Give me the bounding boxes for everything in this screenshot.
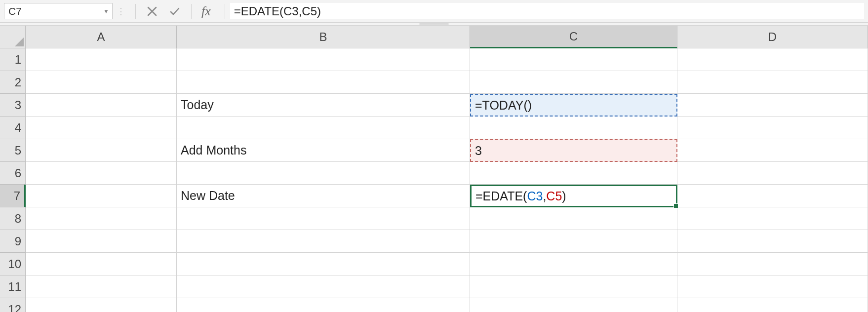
cell-C3[interactable]: =TODAY() [470,94,677,117]
cell-D12[interactable] [677,298,868,312]
x-icon [146,5,158,17]
cell-D8[interactable] [677,207,868,230]
row-header-7[interactable]: 7 [0,185,26,207]
cell-B10[interactable] [177,253,470,275]
cell-D4[interactable] [677,117,868,139]
enter-button[interactable] [163,3,186,19]
cell-B2[interactable] [177,71,470,94]
cell-B8[interactable] [177,207,470,230]
cell-D1[interactable] [677,48,868,71]
cell-B12[interactable] [177,298,470,312]
cell-D2[interactable] [677,71,868,94]
cell-C10[interactable] [470,253,677,275]
row-header-11[interactable]: 11 [0,275,26,298]
cell-B11[interactable] [177,275,470,298]
row-header-5[interactable]: 5 [0,139,26,162]
cell-D6[interactable] [677,162,868,185]
cell-A7[interactable] [26,185,177,207]
cell-A11[interactable] [26,275,177,298]
divider [191,4,192,19]
cell-B5[interactable]: Add Months [177,139,470,162]
row-header-4[interactable]: 4 [0,117,26,139]
cell-D3[interactable] [677,94,868,117]
select-all-corner[interactable] [0,26,26,48]
chevron-down-icon[interactable]: ▼ [103,8,109,15]
cell-B3[interactable]: Today [177,94,470,117]
spreadsheet-grid[interactable]: ABCD123Today=TODAY()45Add Months367New D… [0,26,868,312]
formula-input[interactable]: =EDATE(C3,C5) [230,3,864,19]
cell-A2[interactable] [26,71,177,94]
cell-B1[interactable] [177,48,470,71]
cell-A3[interactable] [26,94,177,117]
cell-C1[interactable] [470,48,677,71]
cell-C2[interactable] [470,71,677,94]
row-header-2[interactable]: 2 [0,71,26,94]
cell-content: New Date [181,189,235,203]
cell-C6[interactable] [470,162,677,185]
cell-content: =TODAY() [475,98,532,113]
column-header-D[interactable]: D [677,26,868,48]
formula-text: =EDATE(C3,C5) [234,4,321,18]
cell-C9[interactable] [470,230,677,253]
cell-B9[interactable] [177,230,470,253]
row-header-12[interactable]: 12 [0,298,26,312]
cell-D10[interactable] [677,253,868,275]
cell-C7[interactable]: =EDATE(C3,C5) [470,185,677,207]
cell-A5[interactable] [26,139,177,162]
column-header-B[interactable]: B [177,26,470,48]
cell-A9[interactable] [26,230,177,253]
cell-D7[interactable] [677,185,868,207]
cell-B4[interactable] [177,117,470,139]
cell-A8[interactable] [26,207,177,230]
cell-C4[interactable] [470,117,677,139]
column-header-A[interactable]: A [26,26,177,48]
cancel-button[interactable] [141,3,163,19]
row-header-10[interactable]: 10 [0,253,26,275]
cell-content: Today [181,98,214,112]
cell-A12[interactable] [26,298,177,312]
cell-C11[interactable] [470,275,677,298]
resize-grip-icon[interactable]: ⋮ [117,6,126,17]
name-box-value: C7 [8,5,22,17]
row-header-3[interactable]: 3 [0,94,26,117]
cell-A6[interactable] [26,162,177,185]
name-box[interactable]: C7 ▼ [4,3,113,19]
row-header-9[interactable]: 9 [0,230,26,253]
cell-content: 3 [475,144,482,158]
cell-D5[interactable] [677,139,868,162]
cell-D11[interactable] [677,275,868,298]
column-header-C[interactable]: C [470,26,677,48]
cell-C8[interactable] [470,207,677,230]
formula-bar: C7 ▼ ⋮ fx =EDATE(C3,C5) [0,0,868,23]
cell-A10[interactable] [26,253,177,275]
row-header-1[interactable]: 1 [0,48,26,71]
check-icon [169,5,181,17]
cell-A1[interactable] [26,48,177,71]
divider [225,4,225,19]
cell-A4[interactable] [26,117,177,139]
cell-C5[interactable]: 3 [470,139,677,162]
cell-D9[interactable] [677,230,868,253]
divider [135,4,136,19]
cell-C12[interactable] [470,298,677,312]
cell-content: Add Months [181,143,246,157]
cell-B7[interactable]: New Date [177,185,470,207]
editing-formula: =EDATE(C3,C5) [475,189,566,203]
insert-function-button[interactable]: fx [201,4,211,19]
row-header-6[interactable]: 6 [0,162,26,185]
cell-B6[interactable] [177,162,470,185]
row-header-8[interactable]: 8 [0,207,26,230]
